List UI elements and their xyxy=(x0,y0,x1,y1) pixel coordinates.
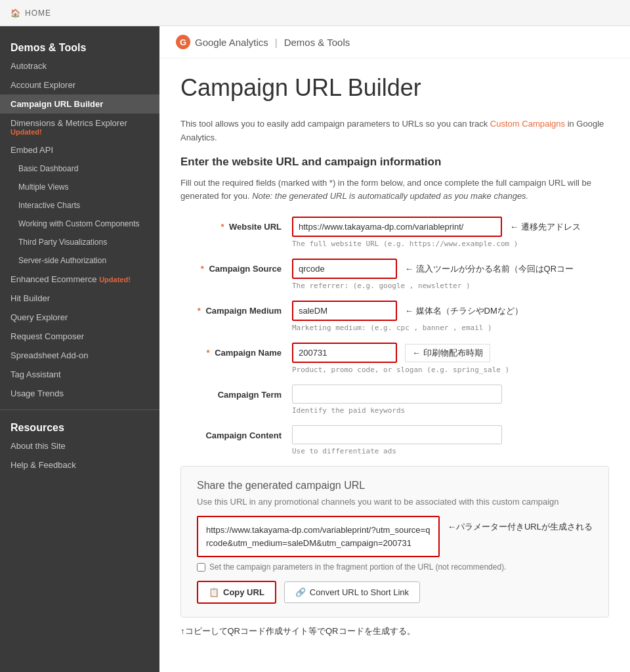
campaign-medium-annotation-row: ← 媒体名（チラシやDMなど） xyxy=(292,301,609,321)
top-bar: 🏠 HOME xyxy=(0,0,630,26)
sidebar-item-about-site[interactable]: About this Site xyxy=(0,436,159,455)
campaign-source-wrapper: ← 流入ツールが分かる名前（今回はQRコー The referrer: (e.g… xyxy=(292,259,609,290)
website-url-wrapper: ← 遷移先アドレス The full website URL (e.g. htt… xyxy=(292,217,609,248)
fragment-checkbox[interactable] xyxy=(197,563,205,572)
share-box: Share the generated campaign URL Use thi… xyxy=(180,466,609,618)
required-star-4: * xyxy=(206,348,209,358)
campaign-term-input[interactable] xyxy=(292,385,502,404)
content-header: G Google Analytics | Demos & Tools xyxy=(159,26,630,58)
sidebar-item-working-custom[interactable]: Working with Custom Components xyxy=(0,215,159,233)
sidebar-resources-title: Resources xyxy=(0,417,159,436)
website-url-row: * Website URL ← 遷移先アドレス The full website… xyxy=(180,217,609,248)
share-url-row: https://www.takayama-dp.com/variableprin… xyxy=(197,516,593,562)
sidebar-item-autotrack[interactable]: Autotrack xyxy=(0,56,159,75)
campaign-name-input[interactable] xyxy=(292,343,397,363)
campaign-name-label: * Campaign Name xyxy=(180,343,292,358)
sidebar-item-basic-dashboard[interactable]: Basic Dashboard xyxy=(0,159,159,178)
campaign-medium-input[interactable] xyxy=(292,301,397,321)
sidebar-item-campaign-url-builder[interactable]: Campaign URL Builder xyxy=(0,94,159,114)
required-star-2: * xyxy=(201,264,204,274)
website-url-annotation: ← 遷移先アドレス xyxy=(510,221,581,233)
sidebar-item-help-feedback[interactable]: Help & Feedback xyxy=(0,455,159,474)
sidebar-item-enhanced-ecommerce[interactable]: Enhanced Ecommerce Updated! xyxy=(0,270,159,289)
custom-campaigns-link[interactable]: Custom Campaigns xyxy=(490,119,565,129)
website-url-input[interactable] xyxy=(292,217,502,237)
campaign-medium-label: * Campaign Medium xyxy=(180,301,292,316)
sidebar-item-usage-trends[interactable]: Usage Trends xyxy=(0,384,159,403)
ga-logo: G Google Analytics | Demos & Tools xyxy=(175,34,350,50)
campaign-content-wrapper: Use to differentiate ads xyxy=(292,425,609,455)
share-title: Share the generated campaign URL xyxy=(197,480,593,492)
campaign-term-row: Campaign Term Identify the paid keywords xyxy=(180,385,609,415)
page-title: Campaign URL Builder xyxy=(180,74,609,102)
campaign-content-label: Campaign Content xyxy=(180,425,292,440)
sidebar-demos-title: Demos & Tools xyxy=(0,37,159,56)
website-url-label: * Website URL xyxy=(180,217,292,232)
copy-url-button[interactable]: 📋 Copy URL xyxy=(197,581,276,604)
ga-icon: G xyxy=(175,34,191,50)
campaign-source-input[interactable] xyxy=(292,259,397,279)
svg-text:G: G xyxy=(180,37,186,47)
sidebar-divider xyxy=(0,410,159,410)
section-heading: Enter the website URL and campaign infor… xyxy=(180,156,609,169)
bottom-annotation: ↑コピーしてQRコード作成サイト等でQRコードを生成する。 xyxy=(180,625,609,637)
home-link[interactable]: 🏠 HOME xyxy=(10,9,51,18)
convert-icon: 🔗 xyxy=(295,587,306,597)
sidebar-item-request-composer[interactable]: Request Composer xyxy=(0,327,159,346)
campaign-medium-annotation: ← 媒体名（チラシやDMなど） xyxy=(405,305,523,317)
section-text: Demos & Tools xyxy=(284,37,350,48)
copy-icon: 📋 xyxy=(209,587,219,597)
campaign-name-row: * Campaign Name ← 印刷物配布時期 Product, promo… xyxy=(180,343,609,374)
generated-url-annotation: ←パラメーター付きURLが生成される xyxy=(448,516,593,533)
page-content: Campaign URL Builder This tool allows yo… xyxy=(159,58,630,653)
home-icon: 🏠 xyxy=(10,9,21,18)
description-text: This tool allows you to easily add campa… xyxy=(180,117,609,145)
share-desc: Use this URL in any promotional channels… xyxy=(197,497,593,507)
campaign-source-annotation: ← 流入ツールが分かる名前（今回はQRコー xyxy=(405,263,574,275)
campaign-term-wrapper: Identify the paid keywords xyxy=(292,385,609,415)
required-star-3: * xyxy=(198,306,201,316)
campaign-source-annotation-row: ← 流入ツールが分かる名前（今回はQRコー xyxy=(292,259,609,279)
sidebar-item-embed-api[interactable]: Embed API xyxy=(0,140,159,159)
required-star: * xyxy=(220,222,224,232)
convert-url-button[interactable]: 🔗 Convert URL to Short Link xyxy=(284,581,420,603)
sidebar-item-dimensions-metrics[interactable]: Dimensions & Metrics Explorer Updated! xyxy=(0,114,159,140)
sidebar-item-server-side[interactable]: Server-side Authorization xyxy=(0,251,159,270)
sidebar-item-third-party[interactable]: Third Party Visualizations xyxy=(0,233,159,251)
campaign-name-annotation-row: ← 印刷物配布時期 xyxy=(292,343,609,363)
sidebar-item-tag-assistant[interactable]: Tag Assistant xyxy=(0,365,159,384)
campaign-source-hint: The referrer: (e.g. google , newsletter … xyxy=(292,282,609,290)
sidebar-item-multiple-views[interactable]: Multiple Views xyxy=(0,178,159,196)
campaign-content-hint: Use to differentiate ads xyxy=(292,447,609,455)
campaign-term-label: Campaign Term xyxy=(180,385,292,400)
sidebar-item-spreadsheet[interactable]: Spreadsheet Add-on xyxy=(0,346,159,365)
fill-instructions: Fill out the required fields (marked wit… xyxy=(180,177,609,204)
campaign-source-row: * Campaign Source ← 流入ツールが分かる名前（今回はQRコー … xyxy=(180,259,609,290)
website-url-hint: The full website URL (e.g. https://www.e… xyxy=(292,240,609,248)
home-label: HOME xyxy=(25,9,51,18)
updated-badge: Updated! xyxy=(10,128,149,136)
campaign-term-hint: Identify the paid keywords xyxy=(292,406,609,415)
sidebar-item-query-explorer[interactable]: Query Explorer xyxy=(0,308,159,327)
header-separator: | xyxy=(275,37,278,48)
share-checkbox-row: Set the campaign parameters in the fragm… xyxy=(197,562,593,572)
campaign-content-row: Campaign Content Use to differentiate ad… xyxy=(180,425,609,455)
campaign-content-input[interactable] xyxy=(292,425,502,444)
campaign-name-hint: Product, promo code, or slogan (e.g. spr… xyxy=(292,366,609,374)
share-buttons: 📋 Copy URL 🔗 Convert URL to Short Link xyxy=(197,581,593,604)
sidebar-item-interactive-charts[interactable]: Interactive Charts xyxy=(0,196,159,215)
content-area: G Google Analytics | Demos & Tools Campa… xyxy=(159,26,630,672)
campaign-medium-row: * Campaign Medium ← 媒体名（チラシやDMなど） Market… xyxy=(180,301,609,332)
brand-text: Google Analytics xyxy=(195,37,268,48)
sidebar-item-hit-builder[interactable]: Hit Builder xyxy=(0,289,159,308)
updated-badge-ecommerce: Updated! xyxy=(99,276,131,284)
campaign-source-label: * Campaign Source xyxy=(180,259,292,274)
campaign-medium-wrapper: ← 媒体名（チラシやDMなど） Marketing medium: (e.g. … xyxy=(292,301,609,332)
campaign-name-annotation: ← 印刷物配布時期 xyxy=(405,344,490,362)
checkbox-label: Set the campaign parameters in the fragm… xyxy=(209,562,506,572)
website-url-annotation-row: ← 遷移先アドレス xyxy=(292,217,609,237)
campaign-medium-hint: Marketing medium: (e.g. cpc , banner , e… xyxy=(292,324,609,332)
sidebar: Demos & Tools Autotrack Account Explorer… xyxy=(0,26,159,672)
sidebar-item-account-explorer[interactable]: Account Explorer xyxy=(0,75,159,94)
generated-url-box: https://www.takayama-dp.com/variableprin… xyxy=(197,516,440,557)
